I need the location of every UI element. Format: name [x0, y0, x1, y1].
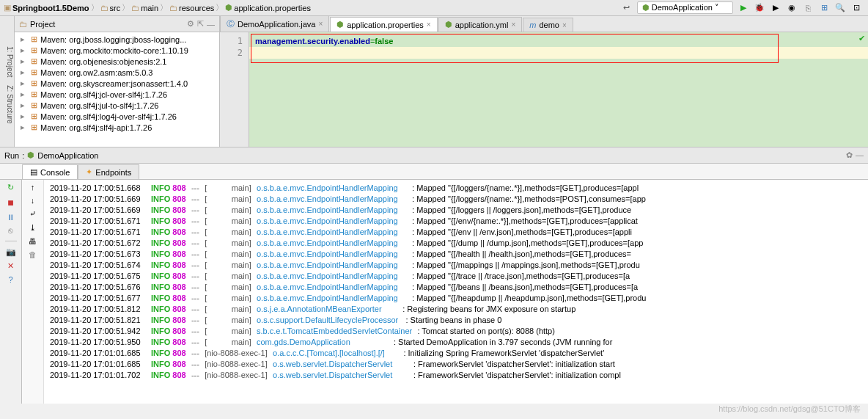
- watermark: https://blog.csdn.net/gdsg@51CTO博客: [718, 404, 861, 415]
- tree-item[interactable]: ▸⊞Maven: org.mockito:mockito-core:1.10.1…: [15, 45, 219, 56]
- breadcrumb-src[interactable]: 🗀src: [100, 4, 121, 12]
- profile-button[interactable]: ◉: [786, 2, 798, 14]
- console-icon: ▤: [30, 167, 37, 177]
- tab-application-properties[interactable]: ⬢application.properties×: [330, 17, 437, 32]
- close-icon[interactable]: ×: [427, 21, 431, 29]
- expand-icon[interactable]: ▸: [21, 123, 28, 132]
- console-body: ↻ ■ ⏸ ⎋ 📷 ✕ ? ↑ ↓ ⤶ ⤓ 🖶 🗑 2019-11-20 17:…: [0, 180, 868, 404]
- properties-icon: ⬢: [336, 20, 344, 29]
- breadcrumb-main[interactable]: 🗀main: [131, 4, 158, 12]
- breadcrumb-file[interactable]: ⬢application.properties: [225, 3, 311, 12]
- hide-icon[interactable]: —: [856, 150, 864, 160]
- expand-icon[interactable]: ▸: [21, 45, 28, 55]
- tree-item[interactable]: ▸⊞Maven: org.slf4j:jul-to-slf4j:1.7.26: [15, 100, 219, 111]
- breadcrumb-separator: 〉: [160, 2, 168, 13]
- tree-item[interactable]: ▸⊞Maven: org.ow2.asm:asm:5.0.3: [15, 67, 219, 78]
- toolbox-icon[interactable]: ⊡: [850, 2, 862, 14]
- down-button[interactable]: ↓: [31, 196, 35, 205]
- scroll-to-end-button[interactable]: ⤓: [29, 223, 36, 233]
- editor-gutter: 12: [220, 32, 249, 147]
- project-tool-window: 1: Project Z: Structure 🗀 Project ⚙ ⇱ — …: [0, 16, 220, 147]
- breadcrumb-file-label: application.properties: [234, 4, 311, 12]
- library-icon: ⊞: [31, 112, 37, 121]
- tree-item[interactable]: ▸⊞Maven: org.skyscreamer:jsonassert:1.4.…: [15, 78, 219, 89]
- print-button[interactable]: 🖶: [29, 237, 37, 246]
- editor-content[interactable]: 12 management.security.enabled=false end…: [220, 32, 868, 147]
- tree-item[interactable]: ▸⊞Maven: org.slf4j:slf4j-api:1.7.26: [15, 122, 219, 133]
- inspection-indicator[interactable]: ✔: [858, 34, 865, 43]
- clear-button[interactable]: 🗑: [29, 250, 37, 259]
- project-icon: ▣: [4, 3, 11, 12]
- properties-icon: ⬢: [225, 3, 232, 12]
- expand-icon[interactable]: ▸: [21, 34, 28, 44]
- expand-icon[interactable]: ▸: [21, 68, 28, 77]
- console-toolbar: ↑ ↓ ⤶ ⤓ 🖶 🗑: [22, 180, 44, 404]
- run-button[interactable]: ▶: [738, 2, 749, 14]
- close-icon[interactable]: ×: [511, 21, 515, 29]
- tab-application-yml[interactable]: ⬢application.yml×: [438, 17, 523, 32]
- help-button[interactable]: ?: [8, 275, 12, 284]
- breadcrumb: ▣Springboot1.5Demo〉 🗀src〉 🗀main〉 🗀resour…: [0, 2, 311, 13]
- coverage-button[interactable]: ▶: [770, 2, 781, 14]
- stop-button[interactable]: ■: [7, 197, 13, 208]
- tree-item-label: Maven: org.slf4j:log4j-over-slf4j:1.7.26: [40, 112, 177, 121]
- close-button[interactable]: ✕: [7, 261, 14, 271]
- tree-item-label: Maven: org.jboss.logging:jboss-logging..…: [40, 35, 186, 44]
- settings-icon[interactable]: ⚙: [187, 19, 194, 29]
- soft-wrap-button[interactable]: ⤶: [29, 209, 36, 219]
- build-button[interactable]: ⎘: [802, 2, 814, 14]
- expand-icon[interactable]: ▸: [21, 79, 28, 88]
- tab-demo-application[interactable]: ⒸDemoApplication.java×: [220, 15, 329, 32]
- tab-console[interactable]: ▤Console: [22, 164, 78, 179]
- hide-icon[interactable]: —: [207, 20, 215, 29]
- library-icon: ⊞: [31, 90, 37, 99]
- run-toolbar-left: ↻ ■ ⏸ ⎋ 📷 ✕ ?: [0, 180, 22, 404]
- project-panel-header: 🗀 Project ⚙ ⇱ —: [15, 16, 219, 32]
- back-icon[interactable]: ↩: [621, 2, 633, 14]
- console-output[interactable]: 2019-11-20 17:00:51.668 INFO 808 --- [ m…: [44, 180, 868, 404]
- tree-item[interactable]: ▸⊞Maven: org.slf4j:jcl-over-slf4j:1.7.26: [15, 89, 219, 100]
- library-icon: ⊞: [31, 101, 37, 110]
- tab-label: application.properties: [347, 21, 424, 29]
- tree-item[interactable]: ▸⊞Maven: org.jboss.logging:jboss-logging…: [15, 34, 219, 45]
- collapse-icon[interactable]: ⇱: [197, 19, 204, 29]
- close-icon[interactable]: ×: [562, 21, 567, 29]
- editor-tabs: ⒸDemoApplication.java× ⬢application.prop…: [220, 16, 868, 32]
- tab-demo[interactable]: mdemo×: [523, 18, 573, 32]
- code-line-1[interactable]: management.security.enabled=false: [255, 35, 862, 47]
- editor: ⒸDemoApplication.java× ⬢application.prop…: [220, 16, 868, 147]
- expand-icon[interactable]: ▸: [21, 90, 28, 99]
- dump-threads-button[interactable]: 📷: [6, 247, 16, 257]
- expand-icon[interactable]: ▸: [21, 57, 28, 66]
- tree-item[interactable]: ▸⊞Maven: org.objenesis:objenesis:2.1: [15, 56, 219, 67]
- breadcrumb-project[interactable]: ▣Springboot1.5Demo: [4, 3, 89, 12]
- expand-icon[interactable]: ▸: [21, 101, 28, 110]
- git-button[interactable]: ⊞: [818, 2, 830, 14]
- run-tool-window: Run: ⬢ DemoApplication ✿ — ▤Console ✦End…: [0, 147, 868, 404]
- up-button[interactable]: ↑: [31, 183, 35, 192]
- resources-icon: 🗀: [169, 4, 177, 12]
- tab-label: application.yml: [455, 21, 509, 29]
- tree-item[interactable]: ▸⊞Maven: org.slf4j:log4j-over-slf4j:1.7.…: [15, 111, 219, 122]
- run-config-dropdown[interactable]: ⬢ DemoApplication ˅: [637, 1, 733, 14]
- breadcrumb-resources[interactable]: 🗀resources: [169, 4, 214, 12]
- settings-icon[interactable]: ✿: [846, 150, 853, 160]
- close-icon[interactable]: ×: [318, 20, 323, 28]
- search-everywhere-button[interactable]: 🔍: [834, 2, 846, 14]
- left-sidebar[interactable]: 1: Project Z: Structure: [0, 16, 15, 147]
- rerun-button[interactable]: ↻: [7, 183, 14, 192]
- expand-icon[interactable]: ▸: [21, 112, 28, 121]
- library-icon: ⊞: [31, 68, 37, 77]
- console-tabs: ▤Console ✦Endpoints: [0, 164, 868, 180]
- breadcrumb-resources-label: resources: [179, 4, 214, 12]
- debug-button[interactable]: 🐞: [754, 2, 765, 14]
- tree-item-label: Maven: org.slf4j:slf4j-api:1.7.26: [40, 123, 152, 132]
- markdown-icon: m: [529, 21, 536, 29]
- breadcrumb-separator: 〉: [91, 2, 99, 13]
- yaml-icon: ⬢: [445, 20, 452, 29]
- exit-button[interactable]: ⎋: [8, 226, 13, 235]
- tab-endpoints[interactable]: ✦Endpoints: [78, 164, 139, 179]
- project-tree[interactable]: ▸⊞Maven: org.jboss.logging:jboss-logging…: [15, 32, 219, 134]
- breadcrumb-separator: 〉: [122, 2, 130, 13]
- pause-button[interactable]: ⏸: [7, 213, 15, 222]
